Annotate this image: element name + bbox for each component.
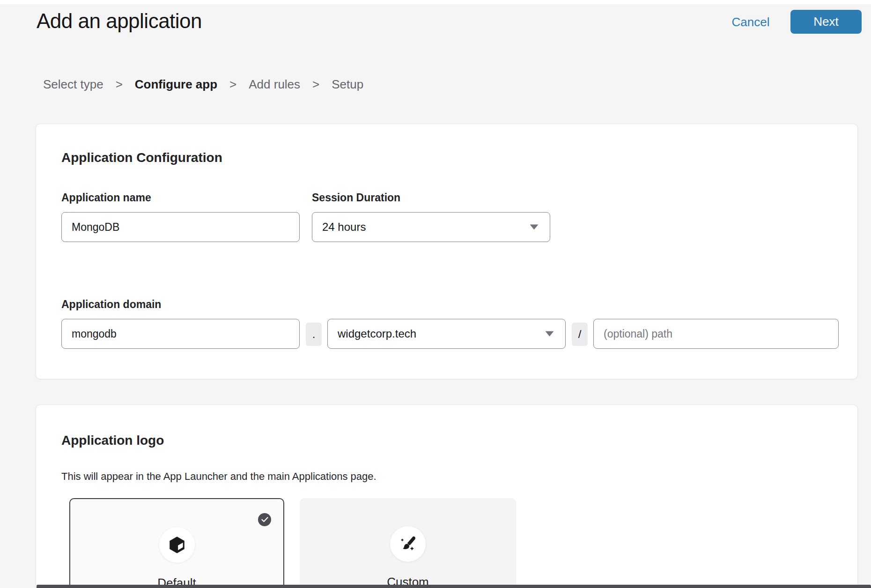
check-icon <box>261 517 268 522</box>
breadcrumb-step-select-type[interactable]: Select type <box>43 77 103 92</box>
session-duration-value: 24 hours <box>322 220 366 234</box>
chevron-down-icon <box>530 224 539 230</box>
paintbrush-icon <box>398 534 418 554</box>
path-input[interactable] <box>593 319 839 349</box>
domain-select-value: widgetcorp.tech <box>338 327 416 340</box>
application-configuration-card: Application Configuration Application na… <box>36 124 858 379</box>
application-name-label: Application name <box>61 191 151 204</box>
dot-separator-badge: . <box>306 323 322 346</box>
next-button[interactable]: Next <box>790 10 862 34</box>
session-duration-select[interactable]: 24 hours <box>312 212 550 242</box>
logo-option-custom[interactable]: Custom <box>300 498 516 588</box>
add-application-page: Add an application Cancel Next Select ty… <box>0 0 871 588</box>
section-heading-application-logo: Application logo <box>61 433 164 448</box>
cancel-button[interactable]: Cancel <box>731 15 770 29</box>
cube-icon <box>167 535 187 555</box>
top-edge-strip <box>0 0 871 4</box>
breadcrumb-step-add-rules[interactable]: Add rules <box>249 77 300 92</box>
custom-logo-circle <box>390 526 426 562</box>
application-name-input[interactable] <box>61 212 300 242</box>
breadcrumb-step-configure-app[interactable]: Configure app <box>135 77 217 92</box>
logo-option-default[interactable]: Default <box>69 498 284 588</box>
page-title: Add an application <box>37 9 202 33</box>
breadcrumb-step-setup[interactable]: Setup <box>332 77 363 92</box>
application-domain-label: Application domain <box>61 298 161 311</box>
bottom-edge-bar <box>37 585 871 588</box>
application-logo-card: Application logo This will appear in the… <box>36 404 858 588</box>
domain-select[interactable]: widgetcorp.tech <box>327 319 566 349</box>
chevron-down-icon <box>545 331 554 337</box>
breadcrumb-separator: > <box>312 77 319 92</box>
default-logo-circle <box>159 527 195 563</box>
breadcrumb-separator: > <box>229 77 236 92</box>
logo-description: This will appear in the App Launcher and… <box>61 470 376 483</box>
breadcrumb-separator: > <box>116 77 123 92</box>
breadcrumb: Select type > Configure app > Add rules … <box>43 77 363 92</box>
check-badge <box>258 513 271 526</box>
session-duration-label: Session Duration <box>312 191 400 204</box>
subdomain-input[interactable] <box>61 319 300 349</box>
section-heading-application-configuration: Application Configuration <box>61 150 222 165</box>
slash-separator-badge: / <box>572 323 588 346</box>
